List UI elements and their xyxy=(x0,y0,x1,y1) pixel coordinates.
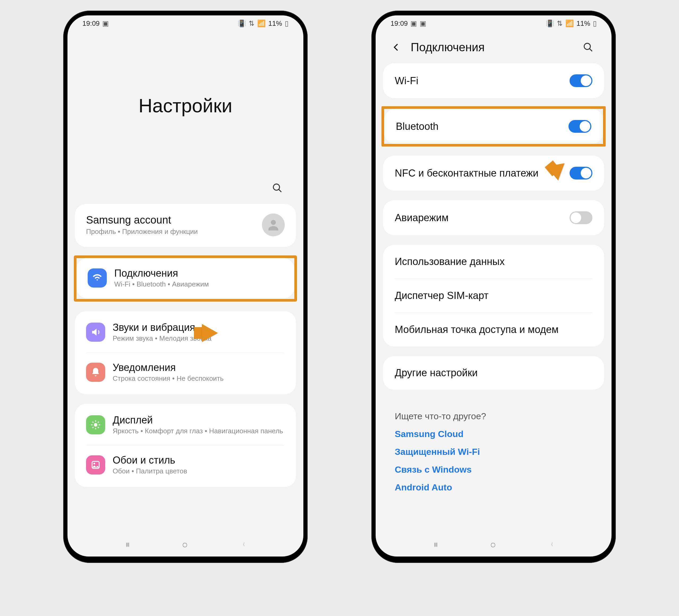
row-bluetooth[interactable]: Bluetooth xyxy=(384,109,603,144)
highlight-connections: Подключения Wi-Fi • Bluetooth • Авиарежи… xyxy=(74,255,297,302)
nav-recents[interactable]: ||| xyxy=(434,542,437,547)
title-area: Настройки xyxy=(75,31,296,180)
nav-bar: ||| ◯ 〈 xyxy=(376,533,612,556)
toggle-nfc[interactable] xyxy=(570,167,592,179)
nav-home[interactable]: ◯ xyxy=(183,542,187,547)
link-samsung-cloud[interactable]: Samsung Cloud xyxy=(395,429,592,439)
row-other-settings[interactable]: Другие настройки xyxy=(383,356,604,390)
search-row xyxy=(75,180,296,204)
status-right: 📳 ⇅ 📶 11% ▯ xyxy=(546,20,596,28)
other-block: Ищете что-то другое? Samsung Cloud Защищ… xyxy=(383,399,604,503)
status-left: 19:09 ▣ ▣ xyxy=(390,20,426,28)
row-text: Подключения Wi-Fi • Bluetooth • Авиарежи… xyxy=(114,268,209,288)
row-title: Дисплей xyxy=(112,414,283,426)
account-subtitle: Профиль • Приложения и функции xyxy=(86,228,198,236)
svg-line-11 xyxy=(98,422,99,422)
row-connections[interactable]: Подключения Wi-Fi • Bluetooth • Авиарежи… xyxy=(76,260,294,297)
signal-icon: 📶 xyxy=(565,20,574,28)
card-sounds-notifications: Звуки и вибрация Режим звука • Мелодия з… xyxy=(75,311,296,394)
nav-back[interactable]: 〈 xyxy=(549,542,553,547)
label-data-usage: Использование данных xyxy=(395,256,505,267)
label-hotspot: Мобильная точка доступа и модем xyxy=(395,324,559,335)
search-button[interactable] xyxy=(580,39,596,55)
battery-icon: ▯ xyxy=(593,20,596,28)
card-connections: Подключения Wi-Fi • Bluetooth • Авиарежи… xyxy=(76,258,294,299)
row-subtitle: Строка состояния • Не беспокоить xyxy=(112,374,224,383)
toggle-wifi[interactable] xyxy=(570,74,592,87)
row-sim-manager[interactable]: Диспетчер SIM-карт xyxy=(383,279,604,312)
battery-icon: ▯ xyxy=(285,20,289,28)
row-subtitle: Wi-Fi • Bluetooth • Авиарежим xyxy=(114,280,209,288)
content-settings: Настройки Samsung account Профиль • Прил… xyxy=(67,31,303,533)
label-bluetooth: Bluetooth xyxy=(396,121,439,132)
account-title: Samsung account xyxy=(86,214,198,226)
link-windows-link[interactable]: Связь с Windows xyxy=(395,465,592,475)
account-text: Samsung account Профиль • Приложения и ф… xyxy=(86,214,198,236)
nav-recents[interactable]: ||| xyxy=(126,542,129,547)
status-bar: 19:09 ▣ 📳 ⇅ 📶 11% ▯ xyxy=(67,15,303,31)
screen-connections: 19:09 ▣ ▣ 📳 ⇅ 📶 11% ▯ Подключения xyxy=(376,15,612,556)
nav-bar: ||| ◯ 〈 xyxy=(67,533,303,556)
card-airplane: Авиарежим xyxy=(383,200,604,235)
samsung-account-card[interactable]: Samsung account Профиль • Приложения и ф… xyxy=(75,204,296,247)
clock-text: 19:09 xyxy=(83,20,100,28)
row-notifications[interactable]: Уведомления Строка состояния • Не беспок… xyxy=(75,353,296,393)
vibrate-icon: 📳 xyxy=(237,20,246,28)
link-secure-wifi[interactable]: Защищенный Wi-Fi xyxy=(395,447,592,457)
row-text: Уведомления Строка состояния • Не беспок… xyxy=(112,362,224,383)
toggle-bluetooth[interactable] xyxy=(569,120,591,133)
other-heading: Ищете что-то другое? xyxy=(395,411,592,421)
label-other-settings: Другие настройки xyxy=(395,367,478,379)
screen-settings: 19:09 ▣ 📳 ⇅ 📶 11% ▯ Настройки xyxy=(67,15,303,556)
row-wifi[interactable]: Wi-Fi xyxy=(383,63,604,98)
row-data-usage[interactable]: Использование данных xyxy=(383,245,604,278)
page-title: Подключения xyxy=(411,41,574,54)
page-header: Подключения xyxy=(383,31,604,63)
svg-line-1 xyxy=(279,189,281,192)
row-title: Подключения xyxy=(114,268,209,279)
row-airplane[interactable]: Авиарежим xyxy=(383,200,604,235)
signal-icon: 📶 xyxy=(257,20,266,28)
data-icon: ⇅ xyxy=(557,20,563,28)
label-nfc: NFC и бесконтактные платежи xyxy=(395,168,539,179)
card-display-wallpaper: Дисплей Яркость • Комфорт для глаз • Нав… xyxy=(75,404,296,487)
notification-icon-2: ▣ xyxy=(420,20,426,28)
page-title: Настройки xyxy=(138,95,232,116)
svg-line-8 xyxy=(92,422,93,422)
speaker-icon xyxy=(86,322,105,342)
chevron-left-icon xyxy=(392,42,401,52)
row-wallpaper[interactable]: Обои и стиль Обои • Палитра цветов xyxy=(75,446,296,485)
back-button[interactable] xyxy=(388,39,404,55)
row-title: Уведомления xyxy=(112,362,224,373)
vibrate-icon: 📳 xyxy=(546,20,554,28)
row-sounds[interactable]: Звуки и вибрация Режим звука • Мелодия з… xyxy=(75,313,296,353)
toggle-airplane[interactable] xyxy=(570,211,592,224)
content-connections: Подключения Wi-Fi Bluetooth xyxy=(376,31,612,533)
row-text: Обои и стиль Обои • Палитра цветов xyxy=(112,454,187,475)
pointer-arrow xyxy=(202,324,218,342)
search-button[interactable] xyxy=(269,180,285,196)
row-display[interactable]: Дисплей Яркость • Комфорт для глаз • Нав… xyxy=(75,405,296,445)
nav-home[interactable]: ◯ xyxy=(491,542,495,547)
card-middle-items: Использование данных Диспетчер SIM-карт … xyxy=(383,245,604,346)
row-hotspot[interactable]: Мобильная точка доступа и модем xyxy=(383,313,604,346)
link-android-auto[interactable]: Android Auto xyxy=(395,482,592,492)
notification-icon: ▣ xyxy=(102,20,109,28)
row-subtitle: Яркость • Комфорт для глаз • Навигационн… xyxy=(112,427,283,435)
phone-frame-settings: 19:09 ▣ 📳 ⇅ 📶 11% ▯ Настройки xyxy=(63,11,308,563)
card-other-settings: Другие настройки xyxy=(383,356,604,390)
wallpaper-icon xyxy=(86,455,105,475)
svg-line-9 xyxy=(98,427,99,428)
row-nfc[interactable]: NFC и бесконтактные платежи xyxy=(383,156,604,191)
svg-line-15 xyxy=(589,48,592,51)
highlight-bluetooth: Bluetooth xyxy=(382,106,606,146)
wifi-icon xyxy=(88,268,107,287)
label-airplane: Авиарежим xyxy=(395,212,449,224)
svg-point-0 xyxy=(273,184,280,190)
card-bluetooth: Bluetooth xyxy=(384,109,603,144)
nav-back[interactable]: 〈 xyxy=(241,542,245,547)
sun-icon xyxy=(86,415,105,434)
row-text: Дисплей Яркость • Комфорт для глаз • Нав… xyxy=(112,414,283,435)
battery-text: 11% xyxy=(577,20,590,28)
svg-point-3 xyxy=(94,423,97,426)
